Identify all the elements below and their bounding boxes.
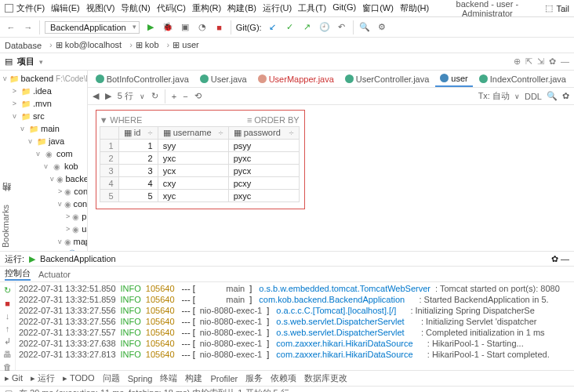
git-commit-icon[interactable]: ✓ xyxy=(284,21,296,34)
breadcrumb[interactable]: Database xyxy=(5,41,42,50)
bottom-tab[interactable]: 数据库更改 xyxy=(304,372,347,384)
select-opened-icon[interactable]: ⊕ xyxy=(514,56,521,67)
menu-item[interactable]: 运行(U) xyxy=(263,2,292,14)
revert-icon[interactable]: ⟲ xyxy=(194,91,202,101)
reload-icon[interactable]: ↻ xyxy=(151,91,158,101)
tree-node[interactable]: >◉pk xyxy=(0,210,87,223)
bookmarks-tab[interactable]: Bookmarks xyxy=(1,205,12,248)
tree-node[interactable]: v📁java xyxy=(0,135,87,147)
tree-node[interactable]: >◉config xyxy=(0,185,87,198)
editor-tab[interactable]: User.java xyxy=(195,71,252,87)
tree-node[interactable]: v◉backend xyxy=(0,172,87,185)
git-update-icon[interactable]: ↙ xyxy=(267,21,279,34)
tree-node[interactable]: v◉com xyxy=(0,147,87,160)
run-tab[interactable]: Actuator xyxy=(38,270,71,279)
settings-icon[interactable]: ⚙ xyxy=(376,21,388,34)
orderby-clause[interactable]: ORDER BY xyxy=(254,115,299,125)
breadcrumb[interactable]: ⊞ user xyxy=(164,40,199,50)
tree-node[interactable]: v📁main xyxy=(0,122,87,135)
table-row[interactable]: 22yxcpyxc xyxy=(100,152,299,165)
menu-item[interactable]: 窗口(W) xyxy=(362,2,394,14)
up-icon[interactable]: ↑ xyxy=(5,324,10,333)
git-rollback-icon[interactable]: ↶ xyxy=(336,21,348,34)
col-header[interactable]: ▦ password ÷ xyxy=(228,127,299,140)
tree-node[interactable]: v◉kob xyxy=(0,160,87,172)
tree-node[interactable]: v📁src xyxy=(0,110,87,122)
editor-tab[interactable]: UserController.java xyxy=(340,71,434,87)
add-row-icon[interactable]: + xyxy=(172,92,176,101)
stop2-icon[interactable]: ■ xyxy=(5,299,10,308)
filter-icon[interactable]: ▼ xyxy=(100,115,108,125)
table-row[interactable]: 44cxypcxy xyxy=(100,177,299,190)
project-tree[interactable]: v📁backend F:\Code\kob\backend>📁.idea>📁.m… xyxy=(0,71,88,251)
run-tab[interactable]: 控制台 xyxy=(5,267,31,281)
run-icon[interactable]: ▶ xyxy=(144,21,157,34)
bottom-tab[interactable]: ▸ TODO xyxy=(63,373,94,383)
menu-item[interactable]: 视图(V) xyxy=(86,2,115,14)
menu-item[interactable]: 代码(C) xyxy=(157,2,186,14)
col-header[interactable]: ▦ username ÷ xyxy=(158,127,228,140)
new-ui-icon[interactable]: ⬚ xyxy=(545,3,553,13)
print-icon[interactable]: 🖶 xyxy=(3,350,12,359)
bottom-tab[interactable]: ▸ 运行 xyxy=(31,372,55,384)
col-header[interactable]: ▦ id ÷ xyxy=(118,127,158,140)
tree-node[interactable]: ⒾUserMapper xyxy=(0,248,87,251)
menu-item[interactable]: 构建(B) xyxy=(227,2,256,14)
toolbar-gear-icon[interactable]: ✿ xyxy=(562,91,569,101)
search-data-icon[interactable]: 🔍 xyxy=(547,91,558,101)
tail-icon[interactable]: Tail xyxy=(556,4,569,13)
next-page-icon[interactable]: ▶ xyxy=(105,91,111,101)
tree-node[interactable]: >📁.idea xyxy=(0,85,87,97)
menu-item[interactable]: 工具(T) xyxy=(298,2,326,14)
bottom-tab[interactable]: 依赖项 xyxy=(271,372,296,384)
log-output[interactable]: 2022-07-31 13:32:51.850 INFO 105640 --- … xyxy=(16,282,574,370)
tree-node[interactable]: v◉controller xyxy=(0,198,87,210)
del-row-icon[interactable]: − xyxy=(183,92,187,101)
profile-icon[interactable]: ◔ xyxy=(196,21,209,34)
data-grid[interactable]: ▦ id ÷▦ username ÷▦ password ÷ 11syypsyy… xyxy=(100,126,300,202)
bottom-tab[interactable]: ▸ Git xyxy=(5,373,23,383)
back-icon[interactable]: ← xyxy=(5,21,17,34)
run-settings-icon[interactable]: ✿ — xyxy=(551,254,569,264)
table-row[interactable]: 55xycpxyc xyxy=(100,190,299,202)
stop-icon[interactable]: ■ xyxy=(213,21,226,34)
menu-item[interactable]: 帮助(H) xyxy=(400,2,429,14)
tree-node[interactable]: >◉user xyxy=(0,223,87,235)
bottom-tab[interactable]: 服务 xyxy=(245,372,263,384)
ddl-btn[interactable]: DDL xyxy=(525,92,542,101)
table-row[interactable]: 11syypsyy xyxy=(100,140,299,152)
bottom-tab[interactable]: 问题 xyxy=(103,372,120,384)
git-history-icon[interactable]: 🕘 xyxy=(318,21,331,34)
tree-node[interactable]: v📁backend F:\Code\kob\backend xyxy=(0,72,87,85)
hide-icon[interactable]: — xyxy=(561,56,569,67)
left-toolstrip[interactable]: Bookmarks 结构 xyxy=(0,72,13,252)
menu-item[interactable]: 编辑(E) xyxy=(51,2,80,14)
tx-mode[interactable]: Tx: 自动 xyxy=(478,90,510,102)
tree-node[interactable]: v◉mappper xyxy=(0,235,87,248)
breadcrumb[interactable]: ⊞ kob xyxy=(126,40,158,50)
editor-tab[interactable]: IndexController.java xyxy=(474,71,571,87)
rerun-icon[interactable]: ↻ xyxy=(4,285,11,296)
search-icon[interactable]: 🔍 xyxy=(358,21,371,34)
settings-gear-icon[interactable]: ✿ xyxy=(549,56,556,67)
wrap-icon[interactable]: ↲ xyxy=(4,336,11,347)
expand-icon[interactable]: ⇱ xyxy=(525,56,532,67)
fwd-icon[interactable]: → xyxy=(22,21,35,34)
menu-item[interactable]: 导航(N) xyxy=(121,2,150,14)
breadcrumb[interactable]: ⊞ kob@localhost xyxy=(46,40,122,50)
trash-icon[interactable]: 🗑 xyxy=(3,362,12,372)
down-icon[interactable]: ↓ xyxy=(5,311,10,321)
table-row[interactable]: 33ycxpycx xyxy=(100,165,299,177)
run-config-combo[interactable]: BackendApplication xyxy=(45,21,140,34)
tree-node[interactable]: >📁.mvn xyxy=(0,97,87,110)
sort-icon[interactable]: ≡ xyxy=(247,115,252,125)
menu-item[interactable]: 文件(F) xyxy=(16,2,45,14)
bottom-tab[interactable]: Spring xyxy=(128,374,153,383)
editor-tab[interactable]: UserMapper.java xyxy=(253,71,339,87)
editor-tab[interactable]: user xyxy=(435,71,472,87)
bottom-tab[interactable]: Profiler xyxy=(210,374,238,383)
bottom-tab[interactable]: 构建 xyxy=(185,372,202,384)
bottom-tab[interactable]: 终端 xyxy=(160,372,177,384)
menu-item[interactable]: 重构(R) xyxy=(192,2,221,14)
debug-icon[interactable]: 🐞 xyxy=(162,21,174,34)
